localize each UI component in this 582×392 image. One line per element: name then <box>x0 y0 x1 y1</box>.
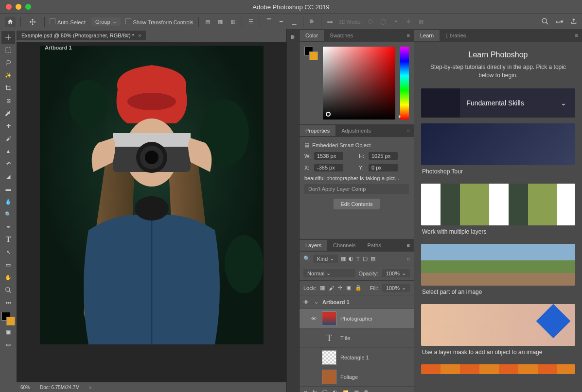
layer-row[interactable]: 👁 Photographer <box>300 309 414 328</box>
visibility-icon[interactable]: 👁 <box>311 316 318 322</box>
fill-field[interactable]: 100%⌄ <box>382 284 410 292</box>
filter-toggle[interactable]: ○ <box>406 256 410 262</box>
color-swatch-toolbar[interactable] <box>1 312 15 325</box>
panel-menu-icon[interactable]: ≡ <box>407 33 414 38</box>
lock-artboard-icon[interactable]: ▣ <box>346 285 351 291</box>
close-window[interactable] <box>6 4 12 10</box>
layer-row[interactable]: Rectangle 1 <box>300 348 414 367</box>
more-options-icon[interactable]: ••• <box>326 18 334 26</box>
filter-type-icon[interactable]: T <box>356 256 360 262</box>
brush-tool[interactable]: 🖌 <box>1 132 15 145</box>
filter-icon[interactable]: 🔍 <box>303 256 310 262</box>
artboard-label[interactable]: Artboard 1 <box>45 45 72 51</box>
layer-comp-dropdown[interactable]: Don't Apply Layer Comp <box>304 184 409 194</box>
edit-contents-button[interactable]: Edit Contents <box>334 199 379 209</box>
lock-transparent-icon[interactable]: ▦ <box>320 285 325 291</box>
dodge-tool[interactable]: 🔍 <box>1 208 15 221</box>
canvas[interactable]: Artboard 1 <box>17 42 286 382</box>
rectangle-tool[interactable]: ▭ <box>1 258 15 271</box>
align-right-icon[interactable]: ▥ <box>229 18 237 26</box>
filter-shape-icon[interactable]: ▢ <box>363 256 368 262</box>
panel-menu-icon[interactable]: ≡ <box>407 242 414 248</box>
layer-thumbnail[interactable] <box>322 311 336 326</box>
layer-name[interactable]: Artboard 1 <box>322 299 350 305</box>
path-select-tool[interactable]: ↖ <box>1 246 15 258</box>
learn-card[interactable] <box>421 364 575 374</box>
status-chevron-icon[interactable]: › <box>89 385 91 390</box>
layer-thumbnail[interactable]: T <box>322 331 336 345</box>
new-layer-icon[interactable]: ▣ <box>354 389 359 392</box>
screen-mode-icon[interactable]: ▭▾ <box>556 18 564 25</box>
home-button[interactable] <box>5 17 16 27</box>
tab-libraries[interactable]: Libraries <box>440 30 472 41</box>
screen-mode-tool[interactable]: ▭ <box>1 338 15 351</box>
lock-all-icon[interactable]: 🔒 <box>355 285 362 291</box>
link-layers-icon[interactable]: ⇔ <box>303 389 308 392</box>
layer-row[interactable]: T Title <box>300 328 414 348</box>
align-middle-icon[interactable]: ━ <box>278 18 285 26</box>
blur-tool[interactable]: 💧 <box>1 195 15 208</box>
tab-color[interactable]: Color <box>300 30 324 41</box>
move-tool-opt-icon[interactable] <box>26 16 39 28</box>
learn-card[interactable]: Work with multiple layers <box>421 184 575 238</box>
learn-card[interactable]: Select part of an image <box>421 244 575 298</box>
panel-menu-icon[interactable]: ≡ <box>575 33 582 38</box>
distribute-h-icon[interactable]: ☰ <box>247 18 255 26</box>
magic-wand-tool[interactable]: ✨ <box>1 69 15 82</box>
history-brush-tool[interactable]: ↶ <box>1 157 15 170</box>
distribute-v-icon[interactable]: ⊪ <box>308 18 316 26</box>
filter-adjust-icon[interactable]: ◐ <box>349 256 353 262</box>
x-field[interactable]: -385 px <box>314 164 343 171</box>
marquee-tool[interactable] <box>1 44 15 56</box>
blend-mode-dropdown[interactable]: Normal⌄ <box>303 269 355 277</box>
layer-row[interactable]: Foliage <box>300 367 414 387</box>
zoom-level[interactable]: 60% <box>20 385 30 390</box>
quick-mask-tool[interactable]: ▣ <box>1 325 15 338</box>
tab-channels[interactable]: Channels <box>327 240 361 251</box>
height-field[interactable]: 1025 px <box>369 152 398 160</box>
learn-card[interactable]: Use a layer mask to add an object to an … <box>421 304 575 358</box>
color-picker-field[interactable] <box>323 47 395 119</box>
filter-smart-icon[interactable]: ▤ <box>370 256 375 262</box>
crop-tool[interactable] <box>1 82 15 94</box>
auto-select-dropdown[interactable]: Group⌄ <box>91 17 121 26</box>
share-icon[interactable] <box>570 18 577 26</box>
collapsed-panel-icon[interactable]: ⊪ <box>291 34 296 40</box>
align-bottom-icon[interactable]: ▁ <box>290 18 298 26</box>
more-tools[interactable]: ••• <box>1 296 15 309</box>
fx-icon[interactable]: fx <box>313 389 317 392</box>
healing-tool[interactable]: ✚ <box>1 119 15 132</box>
eyedropper-tool[interactable] <box>1 107 15 119</box>
tab-paths[interactable]: Paths <box>362 240 387 251</box>
type-tool[interactable]: T <box>1 233 15 246</box>
align-center-h-icon[interactable]: ▦ <box>216 18 224 26</box>
opacity-field[interactable]: 100%⌄ <box>382 269 410 277</box>
frame-tool[interactable]: ⊠ <box>1 94 15 107</box>
lasso-tool[interactable] <box>1 56 15 69</box>
move-tool[interactable] <box>1 31 15 44</box>
tab-adjustments[interactable]: Adjustments <box>335 125 377 136</box>
stamp-tool[interactable]: ▲ <box>1 145 15 157</box>
hue-slider[interactable] <box>400 47 409 119</box>
search-icon[interactable] <box>541 17 549 26</box>
learn-card[interactable]: Photoshop Tour <box>421 123 575 178</box>
tab-layers[interactable]: Layers <box>300 240 327 251</box>
delete-icon[interactable]: 🗑 <box>364 389 369 392</box>
layer-name[interactable]: Rectangle 1 <box>340 355 369 360</box>
group-icon[interactable]: 📁 <box>342 389 349 392</box>
doc-size[interactable]: Doc: 6.75M/24.7M <box>40 385 80 390</box>
filter-image-icon[interactable]: ▦ <box>341 256 346 262</box>
align-left-icon[interactable]: ▤ <box>204 18 212 26</box>
align-top-icon[interactable]: ▔ <box>265 18 273 26</box>
width-field[interactable]: 1538 px <box>314 152 343 160</box>
learn-category[interactable]: Fundamental Skills⌄ <box>421 88 575 118</box>
lock-position-icon[interactable]: ✢ <box>338 285 342 291</box>
tab-properties[interactable]: Properties <box>300 125 335 136</box>
eraser-tool[interactable]: ◢ <box>1 170 15 183</box>
zoom-tool[interactable] <box>1 284 15 296</box>
close-tab-icon[interactable]: × <box>138 33 141 38</box>
tab-learn[interactable]: Learn <box>414 30 440 41</box>
layer-thumbnail[interactable] <box>322 370 336 384</box>
layer-name[interactable]: Photographer <box>340 316 373 322</box>
color-swatch[interactable] <box>304 47 318 60</box>
